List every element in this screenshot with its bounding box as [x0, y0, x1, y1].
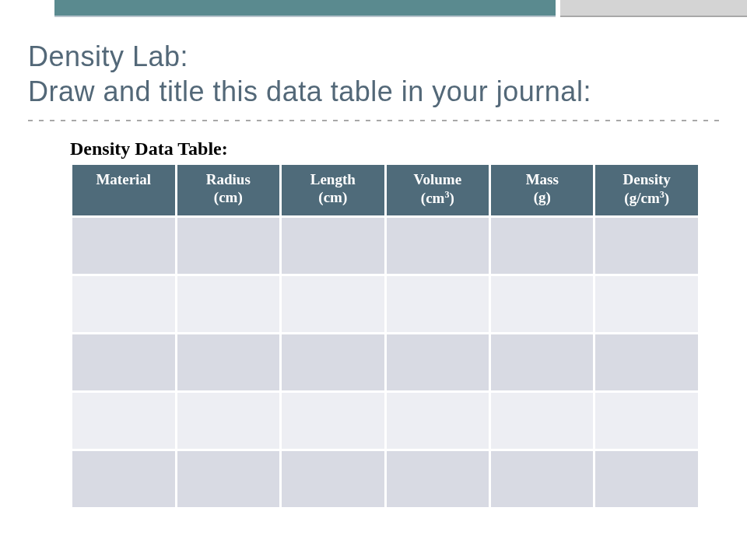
title-line-1: Density Lab:	[28, 39, 719, 74]
table-row	[72, 450, 700, 508]
table-row	[72, 275, 700, 333]
table-header-row: Material Radius(cm) Length(cm) Volume(cm…	[72, 164, 700, 217]
header-material: Material	[72, 164, 177, 217]
slide-top-border	[54, 0, 747, 17]
table-row	[72, 391, 700, 450]
slide-title: Density Lab: Draw and title this data ta…	[28, 39, 719, 109]
header-mass: Mass(g)	[490, 164, 594, 217]
header-volume: Volume(cm3)	[385, 164, 490, 217]
dotted-divider	[28, 120, 719, 121]
density-data-table: Material Radius(cm) Length(cm) Volume(cm…	[70, 163, 700, 509]
table-body	[72, 216, 700, 508]
table-row	[72, 333, 700, 391]
table-title: Density Data Table:	[70, 138, 719, 159]
header-length: Length(cm)	[281, 164, 385, 217]
header-density: Density(g/cm3)	[594, 164, 700, 217]
table-row	[72, 216, 700, 275]
header-radius: Radius(cm)	[176, 164, 280, 217]
title-line-2: Draw and title this data table in your j…	[28, 74, 719, 109]
border-teal	[54, 0, 556, 17]
border-gray	[560, 0, 747, 17]
slide-content: Density Lab: Draw and title this data ta…	[0, 0, 747, 509]
